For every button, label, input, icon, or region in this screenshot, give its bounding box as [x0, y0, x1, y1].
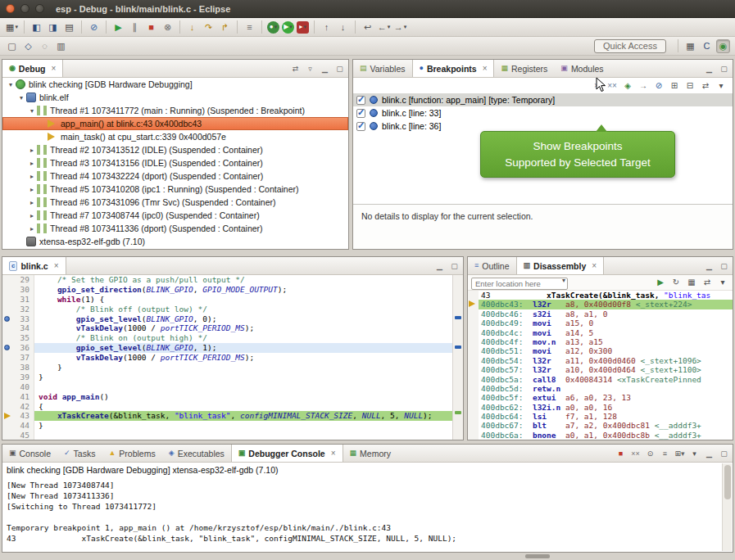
skip-all-breakpoints-icon[interactable]: ⊘: [652, 79, 665, 93]
editor-gutter[interactable]: [2, 431, 13, 440]
editor-line[interactable]: 35 /* Blink on (output high) */: [2, 333, 452, 343]
previous-annotation-icon[interactable]: ↑: [320, 20, 333, 34]
debug-tree-item[interactable]: ▾blink checking [GDB Hardware Debugging]: [2, 78, 348, 91]
remove-all-terminated-icon[interactable]: ××: [629, 448, 642, 460]
close-tab-icon[interactable]: ×: [483, 64, 488, 73]
editor-line[interactable]: 43 xTaskCreate(&blink_task, "blink_task"…: [2, 411, 452, 421]
step-into-icon[interactable]: ↓: [185, 20, 199, 34]
code-editor[interactable]: 29 /* Set the GPIO as a push/pull output…: [2, 275, 452, 440]
close-tab-icon[interactable]: ×: [592, 261, 597, 270]
editor-gutter[interactable]: [2, 392, 13, 402]
debug-tree-item[interactable]: xtensa-esp32-elf-gdb (7.10): [2, 235, 348, 248]
disassembly-row[interactable]: 400dbc4f: mov.n a13, a15: [468, 337, 733, 346]
skip-all-breakpoints-icon[interactable]: ⊘: [87, 20, 101, 34]
disassembly-row[interactable]: 400dbc64: lsi f7, a1, 128: [468, 412, 733, 421]
next-annotation-icon[interactable]: ↓: [336, 20, 350, 34]
minimize-icon[interactable]: ▁: [433, 260, 446, 273]
tab-outline[interactable]: ≡Outline: [468, 257, 516, 274]
editor-line[interactable]: 37 vTaskDelay(1000 / portTICK_PERIOD_MS)…: [2, 353, 452, 363]
disassembly-row[interactable]: 400dbc43: l32r a8, 0x400d00f8 <_stext+22…: [468, 300, 733, 309]
disassembly-row[interactable]: 400dbc51: movi a12, 0x300: [468, 346, 733, 355]
editor-line[interactable]: 36 gpio_set_level(BLINK_GPIO, 1);: [2, 343, 452, 353]
editor-gutter[interactable]: [2, 343, 13, 353]
disconnect-icon[interactable]: ⊗: [161, 20, 175, 34]
collapse-all-icon[interactable]: ⊟: [683, 79, 696, 93]
last-edit-location-icon[interactable]: ↩: [361, 20, 374, 34]
debug-perspective-icon[interactable]: ◉: [716, 39, 730, 53]
block-selection-icon[interactable]: ▥: [54, 39, 68, 53]
debug-tree-item[interactable]: ▾blink.elf: [2, 91, 348, 104]
editor-line[interactable]: 40: [2, 382, 452, 392]
tab-executables[interactable]: ◈Executables: [162, 445, 231, 462]
go-to-file-for-breakpoint-icon[interactable]: →: [637, 79, 650, 93]
open-console-icon[interactable]: ⊞▾: [674, 448, 686, 460]
expand-collapsed-icon[interactable]: ▸: [27, 147, 37, 154]
disassembly-row[interactable]: 400dbc54: l32r a11, 0x400d0460 <_stext+1…: [468, 356, 733, 365]
editor-line[interactable]: 31 while(1) {: [2, 295, 452, 305]
overview-ruler[interactable]: [452, 275, 463, 440]
resume-icon[interactable]: ▶: [111, 20, 125, 34]
editor-line[interactable]: 42{: [2, 402, 452, 412]
link-with-active-context-icon[interactable]: ⇄: [701, 276, 714, 289]
terminate-icon[interactable]: ■: [144, 20, 158, 34]
editor-line[interactable]: 33 gpio_set_level(BLINK_GPIO, 0);: [2, 314, 452, 324]
expand-collapsed-icon[interactable]: ▸: [27, 199, 37, 206]
save-icon[interactable]: ◧: [29, 20, 43, 34]
breakpoint-item[interactable]: blink.c [line: 33]: [353, 106, 733, 120]
external-tools-icon[interactable]: ▸▾: [297, 21, 309, 34]
disassembly-row[interactable]: 400dbc5d: retw.n: [468, 384, 733, 393]
editor-line[interactable]: 29 /* Set the GPIO as a push/pull output…: [2, 275, 452, 285]
link-with-selection-icon[interactable]: ⇄: [289, 63, 302, 75]
editor-gutter[interactable]: [2, 402, 13, 412]
editor-line[interactable]: 44}: [2, 421, 452, 431]
window-maximize-button[interactable]: [35, 4, 44, 13]
terminate-icon[interactable]: ■: [615, 448, 627, 460]
editor-gutter[interactable]: [2, 295, 13, 305]
disassembly-row[interactable]: 400dbc5f: extui a6, a0, 23, 13: [468, 393, 733, 402]
breakpoint-checkbox[interactable]: [356, 96, 365, 105]
minimize-icon[interactable]: ▁: [703, 448, 715, 460]
scroll-lock-icon[interactable]: ≡: [659, 448, 671, 460]
editor-gutter[interactable]: [2, 382, 13, 392]
maximize-icon[interactable]: ▢: [718, 63, 730, 75]
expand-expanded-icon[interactable]: ▾: [27, 107, 37, 115]
editor-line[interactable]: 41void app_main(): [2, 392, 452, 402]
save-all-icon[interactable]: ◨: [46, 20, 60, 34]
expand-collapsed-icon[interactable]: ▸: [27, 173, 37, 180]
editor-gutter[interactable]: [2, 353, 13, 363]
disassembly-row[interactable]: 400dbc5a: call8 0x40084314 <xTaskCreateP…: [468, 375, 733, 384]
tab-registers[interactable]: ▦Registers: [494, 60, 554, 77]
debug-tree-item[interactable]: ▸Thread #3 1073413156 (IDLE) (Suspended …: [2, 156, 348, 169]
console-scrollbar-handle[interactable]: [724, 465, 731, 499]
breakpoint-checkbox[interactable]: [356, 109, 365, 118]
view-menu-icon[interactable]: ▾: [715, 79, 728, 93]
tab-tasks[interactable]: ✓Tasks: [57, 445, 102, 462]
console-scrollbar[interactable]: [722, 463, 732, 551]
debug-tree-item[interactable]: ▸Thread #8 1073411336 (dport) (Suspended…: [2, 222, 348, 235]
run-icon[interactable]: ▶▾: [282, 21, 294, 34]
print-icon[interactable]: ▤: [62, 20, 76, 34]
editor-gutter[interactable]: [2, 275, 13, 285]
location-dropdown-icon[interactable]: ▾: [562, 277, 565, 284]
quick-access-box[interactable]: Quick Access: [594, 39, 666, 53]
debug-tree-item[interactable]: ▸Thread #6 1073431096 (Tmr Svc) (Suspend…: [2, 196, 348, 209]
breakpoint-checkbox[interactable]: [356, 122, 365, 131]
minimize-icon[interactable]: ▁: [703, 63, 715, 75]
view-menu-icon[interactable]: ▿: [304, 63, 316, 75]
sync-with-pc-icon[interactable]: ▶: [654, 276, 667, 289]
forward-icon[interactable]: →▾: [393, 20, 407, 34]
disassembly-row[interactable]: 400dbc46: s32i a8, a1, 0: [468, 309, 733, 318]
show-opcodes-icon[interactable]: ▦: [685, 276, 698, 289]
editor-line[interactable]: 34 vTaskDelay(1000 / portTICK_PERIOD_MS)…: [2, 323, 452, 333]
editor-gutter[interactable]: [2, 333, 13, 343]
link-with-debug-view-icon[interactable]: ⇄: [699, 79, 712, 93]
disassembly-row[interactable]: 400dbc49: movi a15, 0: [468, 318, 733, 327]
expand-collapsed-icon[interactable]: ▸: [27, 186, 37, 193]
window-minimize-button[interactable]: [20, 4, 29, 13]
overview-mark-current-line[interactable]: [455, 411, 461, 414]
new-file-icon[interactable]: ▢: [5, 39, 19, 53]
close-tab-icon[interactable]: ×: [52, 64, 57, 73]
tab-debug[interactable]: ◉Debug×: [2, 60, 63, 77]
debug-tree-item[interactable]: ▸Thread #2 1073413512 (IDLE) (Suspended …: [2, 143, 348, 156]
close-tab-icon[interactable]: ×: [331, 449, 336, 458]
